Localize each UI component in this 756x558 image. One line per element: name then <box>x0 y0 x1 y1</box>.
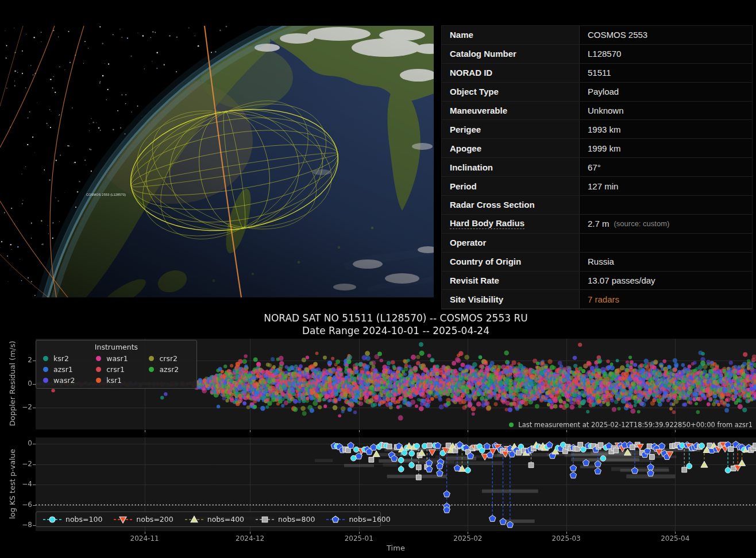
x-axis-tick: 2025-04 <box>654 534 696 542</box>
row-value <box>580 234 752 252</box>
row-value-text: Russia <box>588 257 614 266</box>
instrument-color-dot-icon <box>96 367 101 372</box>
row-value: 51511 <box>580 64 752 82</box>
row-value-text: 127 min <box>588 181 618 191</box>
table-row: Catalog NumberL128570 <box>442 45 752 64</box>
annotation-marker-dot <box>509 423 514 427</box>
row-label-text: Operator <box>450 238 486 247</box>
x-axis-tick: 2025-02 <box>446 534 489 542</box>
table-row: NameCOSMOS 2553 <box>442 26 752 45</box>
row-label: Maneuverable <box>442 102 580 120</box>
doppler-y-tick: 0 <box>13 379 32 388</box>
row-value: 2.7 m(source: custom) <box>580 215 752 233</box>
x-axis-label: Time <box>36 544 756 552</box>
row-value: 1993 km <box>580 120 752 138</box>
ks-y-tick: −2 <box>13 460 32 468</box>
row-value-text: COSMOS 2553 <box>588 30 647 40</box>
annotation-text: Last measurement at 2025-02-12T18:59:39.… <box>518 421 753 429</box>
globe-viewport[interactable]: COSMOS 2553 (L128570) <box>0 26 434 297</box>
table-row: Hard Body Radius2.7 m(source: custom) <box>442 215 752 234</box>
row-label: Perigee <box>442 120 580 138</box>
ks-y-tick: −4 <box>13 480 32 488</box>
instrument-name: crsr1 <box>106 365 125 374</box>
row-label-text: Maneuverable <box>450 106 507 115</box>
square-marker-icon <box>256 515 274 524</box>
instrument-color-dot-icon <box>149 367 154 372</box>
row-value-text: 13.07 passes/day <box>588 276 655 285</box>
nobs-legend-label: nobs=400 <box>207 515 244 524</box>
row-value-text[interactable]: 7 radars <box>588 294 619 304</box>
instrument-name: wasr1 <box>106 354 128 363</box>
chart-title-line1: NORAD SAT NO 51511 (L128570) -- COSMOS 2… <box>36 312 756 324</box>
row-value <box>580 196 752 214</box>
row-label: Hard Body Radius <box>442 215 580 233</box>
table-row: Revisit Rate13.07 passes/day <box>442 272 752 290</box>
row-label-text[interactable]: Hard Body Radius <box>450 218 524 229</box>
nobs-legend-label: nobs=800 <box>278 515 315 524</box>
instrument-color-dot-icon <box>43 367 48 372</box>
instrument-name: azsr1 <box>53 365 73 374</box>
chart-title: NORAD SAT NO 51511 (L128570) -- COSMOS 2… <box>36 312 756 337</box>
row-label: Radar Cross Section <box>442 196 580 214</box>
nobs-legend-item: nobs=200 <box>114 515 173 524</box>
row-label: Period <box>442 177 580 195</box>
circle-marker-icon <box>43 515 61 524</box>
row-value-text: 1999 km <box>588 144 621 153</box>
row-value-text: 67° <box>588 162 601 172</box>
row-label-text: Site Visibility <box>450 294 503 304</box>
row-label-text: Apogee <box>450 144 481 153</box>
satellite-info-table: NameCOSMOS 2553Catalog NumberL128570NORA… <box>441 25 753 309</box>
row-label: Name <box>442 26 580 44</box>
instrument-name: crsr2 <box>159 354 178 363</box>
row-value: Unknown <box>580 102 752 120</box>
instrument-legend-item: azsr1 <box>43 364 86 375</box>
instrument-name: azsr2 <box>159 365 179 374</box>
table-row: Operator <box>442 234 752 253</box>
pentagon-marker-icon <box>326 515 345 524</box>
doppler-y-tick: 2 <box>13 356 32 364</box>
row-label: Country of Origin <box>442 253 580 271</box>
instruments-legend: Instruments ksr2azsr1wasr2wasr1crsr1ksr1… <box>36 340 197 389</box>
nobs-legend-item: nobs=400 <box>185 515 244 524</box>
instrument-legend-item: wasr2 <box>43 375 86 386</box>
row-label-text: Revisit Rate <box>450 276 499 285</box>
instrument-name: ksr1 <box>106 376 122 385</box>
satellite-label: COSMOS 2553 (L128570) <box>86 193 126 196</box>
row-label: Object Type <box>442 83 580 101</box>
instrument-color-dot-icon <box>43 356 48 361</box>
row-value-text: Unknown <box>588 106 624 115</box>
instrument-color-dot-icon <box>149 356 154 361</box>
table-row: Period127 min <box>442 177 752 196</box>
row-label: NORAD ID <box>442 64 580 82</box>
row-label: Apogee <box>442 139 580 157</box>
nobs-legend-item: nobs=1600 <box>326 515 390 524</box>
chart-title-line2: Date Range 2024-10-01 -- 2025-04-24 <box>36 324 756 337</box>
row-label-text: Period <box>450 181 477 191</box>
globe-scene: COSMOS 2553 (L128570) <box>0 26 434 297</box>
instruments-legend-title: Instruments <box>36 343 196 351</box>
ks-y-tick: −6 <box>13 501 32 509</box>
row-label-text: Inclination <box>450 162 493 172</box>
charts-panel: NORAD SAT NO 51511 (L128570) -- COSMOS 2… <box>0 310 756 558</box>
row-value-text: L128570 <box>588 49 621 59</box>
table-row: Site Visibility7 radars <box>442 290 752 309</box>
row-value: Payload <box>580 83 752 101</box>
nobs-legend-label: nobs=1600 <box>349 515 390 524</box>
row-value-text: 51511 <box>588 68 611 78</box>
row-value: 127 min <box>580 177 752 195</box>
x-axis-tick: 2025-01 <box>338 534 380 542</box>
nobs-legend-label: nobs=200 <box>136 515 173 524</box>
row-value: 13.07 passes/day <box>580 272 752 290</box>
instrument-legend-item: wasr1 <box>96 353 138 364</box>
instrument-color-dot-icon <box>96 378 101 383</box>
row-label-text: Object Type <box>450 87 499 96</box>
triangle-down-marker-icon <box>114 515 132 524</box>
x-axis-tick: 2024-11 <box>124 534 166 542</box>
row-value: 67° <box>580 158 752 176</box>
instrument-legend-item: ksr1 <box>96 375 138 386</box>
instrument-name: wasr2 <box>53 376 75 385</box>
instrument-legend-item: crsr2 <box>149 353 190 364</box>
row-label-text: Perigee <box>450 125 481 134</box>
ks-y-tick: −8 <box>13 521 32 529</box>
ks-y-tick: 0 <box>13 439 32 447</box>
